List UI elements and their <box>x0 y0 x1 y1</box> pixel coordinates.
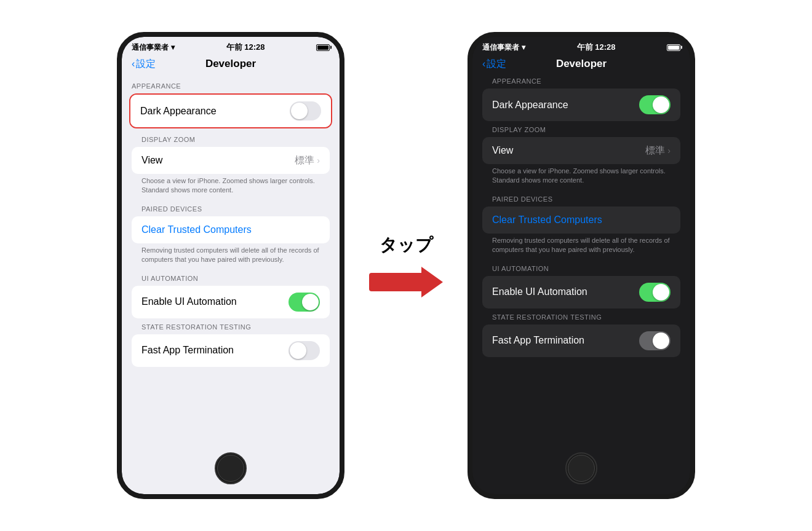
right-ui-automation-section: UI AUTOMATION Enable UI Automation <box>482 262 680 309</box>
left-fast-app-toggle[interactable] <box>289 341 320 360</box>
left-display-zoom-footer: Choose a view for iPhone. Zoomed shows l… <box>132 174 330 200</box>
left-nav-back[interactable]: ‹ 設定 <box>132 58 156 71</box>
left-display-zoom-section: DISPLAY ZOOM View 標準 › Choose a view for… <box>132 133 330 200</box>
right-nav-title: Developer <box>556 58 607 70</box>
right-content: APPEARANCE Dark Appearance DISPLAY ZOOM <box>472 75 690 451</box>
right-battery-fill <box>668 45 679 50</box>
right-status-left: 通信事業者 ▾ <box>482 42 525 53</box>
left-fast-app-row[interactable]: Fast App Termination <box>132 334 330 367</box>
right-dark-appearance-label: Dark Appearance <box>492 100 568 111</box>
right-enable-ui-row[interactable]: Enable UI Automation <box>482 276 680 309</box>
right-display-zoom-section: DISPLAY ZOOM View 標準 › Choose a view for… <box>482 124 680 191</box>
right-back-label[interactable]: 設定 <box>487 58 506 71</box>
right-nav-back[interactable]: ‹ 設定 <box>482 58 506 71</box>
left-battery-icon <box>316 44 330 51</box>
left-dark-appearance-row[interactable]: Dark Appearance <box>130 95 331 127</box>
left-status-bar: 通信事業者 ▾ 午前 12:28 <box>122 37 340 55</box>
left-status-left: 通信事業者 ▾ <box>132 42 175 53</box>
left-time: 午前 12:28 <box>226 42 265 53</box>
right-fast-app-row[interactable]: Fast App Termination <box>482 324 680 357</box>
right-time: 午前 12:28 <box>577 42 616 53</box>
right-status-right <box>667 44 680 51</box>
left-home-area <box>122 451 340 494</box>
left-view-value-container: 標準 › <box>295 154 320 167</box>
right-view-value: 標準 <box>645 144 665 157</box>
right-state-restoration-section: STATE RESTORATION TESTING Fast App Termi… <box>482 311 680 357</box>
right-fast-app-thumb <box>653 332 669 349</box>
right-paired-devices-section: PAIRED DEVICES Clear Trusted Computers R… <box>482 193 680 260</box>
left-carrier: 通信事業者 <box>132 42 169 53</box>
right-enable-ui-toggle[interactable] <box>639 283 671 302</box>
right-view-label: View <box>492 145 513 156</box>
right-dark-appearance-toggle[interactable] <box>639 95 671 114</box>
arrow-head <box>421 267 443 297</box>
right-fast-app-label: Fast App Termination <box>492 335 584 346</box>
right-home-area <box>472 451 690 494</box>
left-back-label[interactable]: 設定 <box>136 58 156 71</box>
left-dark-appearance-label: Dark Appearance <box>140 106 217 117</box>
right-nav-bar: ‹ 設定 Developer <box>472 55 690 75</box>
right-screen: 通信事業者 ▾ 午前 12:28 ‹ 設定 <box>472 37 690 494</box>
right-paired-footer: Removing trusted computers will delete a… <box>482 234 680 260</box>
arrow-right <box>369 267 443 297</box>
left-toggle-thumb <box>291 103 308 119</box>
right-home-button[interactable] <box>565 452 597 484</box>
right-ui-toggle-thumb <box>653 284 669 301</box>
left-ui-toggle-thumb <box>302 294 319 310</box>
left-clear-row[interactable]: Clear Trusted Computers <box>132 216 330 243</box>
right-back-chevron: ‹ <box>482 58 485 69</box>
right-appearance-header: APPEARANCE <box>482 75 680 88</box>
left-phone: 通信事業者 ▾ 午前 12:28 ‹ 設定 <box>117 32 344 499</box>
right-toggle-thumb <box>653 96 669 113</box>
left-fast-app-label: Fast App Termination <box>141 345 234 356</box>
right-clear-row[interactable]: Clear Trusted Computers <box>482 206 680 234</box>
left-home-button-inner <box>217 455 244 482</box>
right-home-button-inner <box>568 455 595 482</box>
right-dark-appearance-row[interactable]: Dark Appearance <box>482 88 680 121</box>
right-view-row[interactable]: View 標準 › <box>482 137 680 164</box>
left-view-chevron: › <box>317 155 320 165</box>
left-screen: 通信事業者 ▾ 午前 12:28 ‹ 設定 <box>122 37 340 494</box>
left-status-right <box>316 44 330 51</box>
left-clear-label[interactable]: Clear Trusted Computers <box>141 224 252 235</box>
left-enable-ui-toggle[interactable] <box>289 293 320 312</box>
right-display-zoom-footer: Choose a view for iPhone. Zoomed shows l… <box>482 164 680 191</box>
left-paired-devices-section: PAIRED DEVICES Clear Trusted Computers R… <box>132 203 330 270</box>
left-view-row[interactable]: View 標準 › <box>132 147 330 174</box>
right-enable-ui-label: Enable UI Automation <box>492 286 587 297</box>
main-container: 通信事業者 ▾ 午前 12:28 ‹ 設定 <box>0 0 812 531</box>
left-paired-devices-header: PAIRED DEVICES <box>132 203 330 216</box>
left-view-label: View <box>141 155 162 166</box>
right-status-bar: 通信事業者 ▾ 午前 12:28 <box>472 37 690 55</box>
right-ui-automation-header: UI AUTOMATION <box>482 262 680 276</box>
left-ui-automation-section: UI AUTOMATION Enable UI Automation <box>132 272 330 318</box>
arrow-body <box>369 273 424 291</box>
right-clear-label[interactable]: Clear Trusted Computers <box>492 214 602 226</box>
tap-text: タップ <box>380 234 433 257</box>
right-display-zoom-header: DISPLAY ZOOM <box>482 124 680 137</box>
left-state-restoration-section: STATE RESTORATION TESTING Fast App Termi… <box>132 321 330 367</box>
left-paired-footer: Removing trusted computers will delete a… <box>132 243 330 270</box>
right-paired-devices-header: PAIRED DEVICES <box>482 193 680 206</box>
right-view-value-container: 標準 › <box>645 144 671 157</box>
left-nav-bar: ‹ 設定 Developer <box>122 55 340 75</box>
left-view-value: 標準 <box>295 154 314 167</box>
left-appearance-section: APPEARANCE Dark Appearance <box>130 80 331 128</box>
left-display-zoom-header: DISPLAY ZOOM <box>132 133 330 147</box>
left-content: APPEARANCE Dark Appearance DI <box>122 75 340 451</box>
right-appearance-section: APPEARANCE Dark Appearance <box>482 75 680 121</box>
left-battery-fill <box>317 45 328 50</box>
left-ui-automation-header: UI AUTOMATION <box>132 272 330 286</box>
left-wifi-icon: ▾ <box>171 43 175 52</box>
left-appearance-highlight: Dark Appearance <box>129 93 332 128</box>
right-battery-icon <box>667 44 680 51</box>
right-phone: 通信事業者 ▾ 午前 12:28 ‹ 設定 <box>468 32 695 499</box>
left-fast-app-thumb <box>290 342 306 359</box>
left-home-button[interactable] <box>215 452 247 484</box>
right-wifi-icon: ▾ <box>522 43 525 52</box>
left-enable-ui-row[interactable]: Enable UI Automation <box>132 286 330 318</box>
left-state-restoration-header: STATE RESTORATION TESTING <box>132 321 330 334</box>
right-state-restoration-header: STATE RESTORATION TESTING <box>482 311 680 324</box>
left-dark-appearance-toggle[interactable] <box>290 101 321 120</box>
right-fast-app-toggle[interactable] <box>639 331 671 350</box>
